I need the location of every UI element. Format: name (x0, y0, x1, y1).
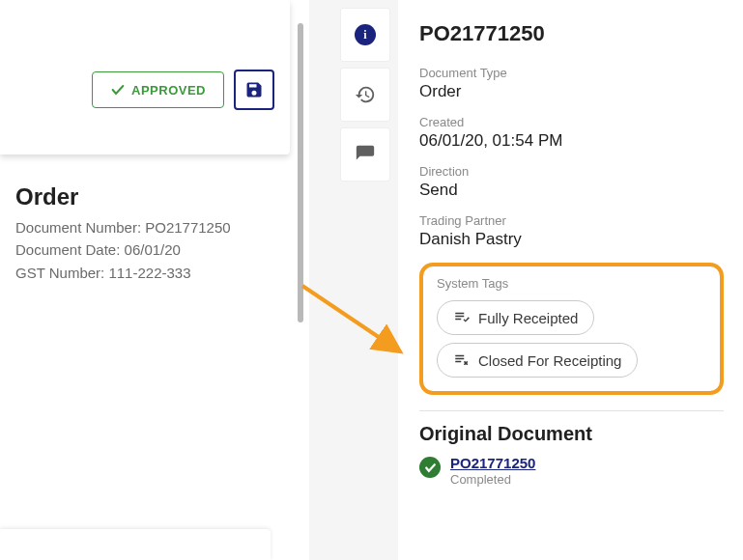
comment-icon (355, 144, 376, 165)
detail-title: PO21771250 (419, 21, 724, 46)
approved-label: APPROVED (131, 83, 206, 98)
tag-fully-receipted[interactable]: Fully Receipted (437, 300, 594, 335)
approved-button[interactable]: APPROVED (92, 71, 224, 108)
tag-closed-for-receipting[interactable]: Closed For Receipting (437, 343, 638, 378)
doc-type-label: Document Type (419, 66, 724, 80)
list-x-icon (453, 351, 471, 369)
tags-label: System Tags (437, 276, 706, 291)
original-document-link[interactable]: PO21771250 (450, 455, 535, 471)
original-document-status: Completed (450, 472, 535, 487)
order-toolbar: APPROVED (92, 70, 274, 110)
system-tags-box: System Tags Fully Receipted Closed For R… (419, 263, 724, 395)
partner-value: Danish Pastry (419, 230, 724, 249)
tab-history[interactable] (340, 68, 390, 122)
tag-label: Closed For Receipting (478, 352, 621, 369)
order-heading: Order (15, 183, 231, 210)
doc-number-row: Document Number: PO21771250 (15, 216, 231, 238)
history-icon (355, 84, 376, 105)
info-icon: i (355, 24, 376, 45)
tag-label: Fully Receipted (478, 310, 578, 326)
order-card-bottom (0, 529, 271, 560)
save-icon (244, 80, 264, 99)
scrollbar[interactable] (298, 23, 303, 322)
original-document-row: PO21771250 Completed (419, 455, 724, 487)
save-button[interactable] (234, 70, 274, 110)
order-details: Order Document Number: PO21771250 Docume… (15, 183, 231, 284)
list-check-icon (453, 309, 471, 326)
doc-type-value: Order (419, 82, 724, 101)
tab-info[interactable]: i (340, 8, 390, 62)
doc-date-row: Document Date: 06/01/20 (15, 238, 231, 261)
direction-value: Send (419, 181, 724, 200)
created-label: Created (419, 115, 724, 129)
check-icon (110, 82, 126, 98)
vertical-tabs: i (340, 8, 390, 187)
detail-panel: PO21771250 Document Type Order Created 0… (398, 0, 743, 560)
divider (419, 410, 724, 411)
tab-comments[interactable] (340, 127, 390, 182)
left-pane: APPROVED Order Document Number: PO217712… (0, 0, 290, 560)
direction-label: Direction (419, 164, 724, 179)
check-circle-icon (419, 457, 441, 478)
created-value: 06/01/20, 01:54 PM (419, 131, 724, 151)
gst-row: GST Number: 111-222-333 (15, 262, 231, 284)
order-card-top: APPROVED (0, 0, 290, 154)
original-document-heading: Original Document (419, 423, 724, 445)
partner-label: Trading Partner (419, 213, 724, 228)
